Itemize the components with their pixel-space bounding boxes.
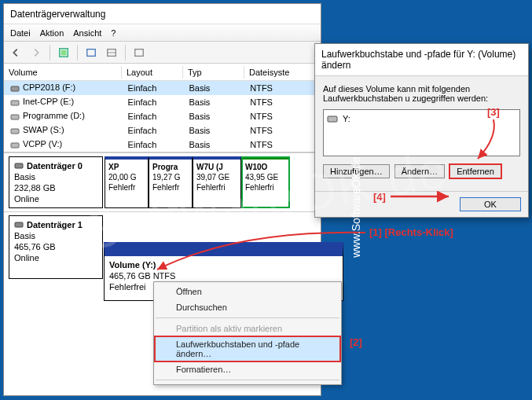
disk-size: 232,88 GB <box>14 182 97 193</box>
col-layout[interactable]: Layout <box>122 66 183 79</box>
ok-button[interactable]: OK <box>460 197 521 211</box>
cell-type: Basis <box>184 140 245 149</box>
ctx-format[interactable]: Formatieren… <box>154 361 341 377</box>
cell-type: Basis <box>184 126 245 135</box>
toolbar-btn-3[interactable] <box>103 44 120 61</box>
toolbar-btn-4[interactable] <box>130 44 148 61</box>
svg-rect-1 <box>61 50 67 55</box>
annotation-3: [3] <box>487 106 500 118</box>
disk-icon <box>14 220 24 229</box>
drive-icon <box>327 113 338 124</box>
volume-table-header: Volume Layout Typ Dateisyste <box>4 64 321 81</box>
cell-volume: CPP2018 (F:) <box>23 83 75 92</box>
svg-rect-5 <box>135 49 144 56</box>
svg-rect-13 <box>328 116 337 122</box>
change-button[interactable]: Ändern… <box>394 164 445 178</box>
disk-icon <box>14 161 24 171</box>
cell-type: Basis <box>184 83 245 93</box>
ctx-sep <box>156 380 339 380</box>
cell-volume: SWAP (S:) <box>23 125 64 134</box>
toolbar-sep <box>77 45 78 61</box>
disk-status: Online <box>14 252 97 263</box>
volume-table: Volume Layout Typ Dateisyste CPP2018 (F:… <box>4 64 321 152</box>
ctx-browse[interactable]: Durchsuchen <box>154 299 341 315</box>
menu-view[interactable]: Ansicht <box>73 28 101 38</box>
menu-help[interactable]: ? <box>111 28 116 38</box>
ctx-change-drive-letter[interactable]: Laufwerkbuchstaben und -pfade ändern… <box>154 336 341 362</box>
disk-title: Datenträger 1 <box>14 219 97 230</box>
disk-partitions: XP 20,00 G Fehlerfr Progra 19,27 G Fehle… <box>105 156 316 208</box>
disk-icon <box>10 141 20 150</box>
svg-rect-9 <box>11 129 19 134</box>
window-title: Datenträgerverwaltung <box>4 4 321 24</box>
cell-type: Basis <box>184 97 245 107</box>
volume-banner-size: 465,76 GB NTFS <box>109 270 338 281</box>
annotation-2: [2] <box>350 336 362 348</box>
cell-layout: Einfach <box>123 83 185 93</box>
table-row[interactable]: VCPP (V:) Einfach Basis NTFS <box>4 138 321 152</box>
col-type[interactable]: Typ <box>183 66 244 79</box>
dialog-description: Auf dieses Volume kann mit folgenden Lau… <box>323 84 520 103</box>
svg-rect-2 <box>87 49 96 56</box>
disk-size: 465,76 GB <box>14 241 97 252</box>
toolbar-sep <box>50 45 50 61</box>
partition[interactable]: W7U (J 39,07 GE Fehlerfri <box>193 156 241 208</box>
ctx-mark-active: Partition als aktiv markieren <box>154 321 341 336</box>
cell-volume: Programme (D:) <box>23 111 85 120</box>
dialog-title: Laufwerkbuchstabe und -pfade für Y: (Vol… <box>315 44 528 76</box>
table-row[interactable]: SWAP (S:) Einfach Basis NTFS <box>4 123 321 138</box>
cell-layout: Einfach <box>123 112 185 121</box>
annotation-1: [1] [Rechts-Klick] <box>369 226 453 238</box>
back-button[interactable] <box>7 44 24 61</box>
cell-fs: NTFS <box>245 83 321 93</box>
menu-action[interactable]: Aktion <box>40 28 64 38</box>
disk-icon <box>10 98 20 108</box>
svg-rect-10 <box>11 143 19 148</box>
cell-fs: NTFS <box>245 97 321 107</box>
disk-icon <box>10 127 20 136</box>
col-volume[interactable]: Volume <box>4 66 122 79</box>
disk-icon <box>10 84 20 94</box>
drive-letter: Y: <box>343 114 350 123</box>
volume-banner-name: Volume (Y:) <box>109 259 338 270</box>
annotation-4: [4] <box>373 191 386 203</box>
toolbar <box>4 42 321 64</box>
table-row[interactable]: CPP2018 (F:) Einfach Basis NTFS <box>4 81 321 95</box>
table-row[interactable]: Programme (D:) Einfach Basis NTFS <box>4 109 321 123</box>
svg-rect-11 <box>15 163 23 168</box>
cell-layout: Einfach <box>123 140 185 149</box>
cell-layout: Einfach <box>123 97 185 107</box>
toolbar-btn-2[interactable] <box>83 44 100 61</box>
add-button[interactable]: Hinzufügen… <box>323 164 390 178</box>
partition[interactable]: XP 20,00 G Fehlerfr <box>105 156 149 208</box>
disk-label[interactable]: Datenträger 0 Basis 232,88 GB Online <box>9 156 103 208</box>
cell-volume: Inet-CPP (E:) <box>23 97 74 106</box>
table-row[interactable]: Inet-CPP (E:) Einfach Basis NTFS <box>4 95 321 109</box>
ctx-sep <box>156 317 339 318</box>
cell-type: Basis <box>184 112 245 121</box>
col-fs[interactable]: Dateisyste <box>244 66 320 79</box>
change-letter-dialog: Laufwerkbuchstabe und -pfade für Y: (Vol… <box>314 43 529 218</box>
cell-volume: VCPP (V:) <box>23 139 62 149</box>
svg-rect-7 <box>11 101 19 105</box>
remove-button[interactable]: Entfernen <box>449 163 502 179</box>
toolbar-sep <box>125 45 126 61</box>
ctx-open[interactable]: Öffnen <box>154 284 341 299</box>
menu-file[interactable]: Datei <box>10 28 31 38</box>
forward-button[interactable] <box>28 44 45 61</box>
disk-kind: Basis <box>14 171 97 182</box>
svg-rect-12 <box>15 222 23 227</box>
cell-layout: Einfach <box>123 126 185 135</box>
partition[interactable]: W10O 43,95 GE Fehlerfri <box>241 156 290 208</box>
disk-label[interactable]: Datenträger 1 Basis 465,76 GB Online <box>9 215 103 279</box>
svg-rect-6 <box>11 86 19 91</box>
partition[interactable]: Progra 19,27 G Fehlerfr <box>149 156 193 208</box>
disk-title: Datenträger 0 <box>14 160 97 171</box>
cell-fs: NTFS <box>245 112 321 121</box>
toolbar-btn-1[interactable] <box>55 44 72 61</box>
disk-row: Datenträger 0 Basis 232,88 GB Online XP … <box>4 152 321 211</box>
cell-fs: NTFS <box>245 140 321 149</box>
disk-kind: Basis <box>14 230 97 241</box>
context-menu: Öffnen Durchsuchen Partition als aktiv m… <box>153 281 342 385</box>
cell-fs: NTFS <box>245 126 321 135</box>
